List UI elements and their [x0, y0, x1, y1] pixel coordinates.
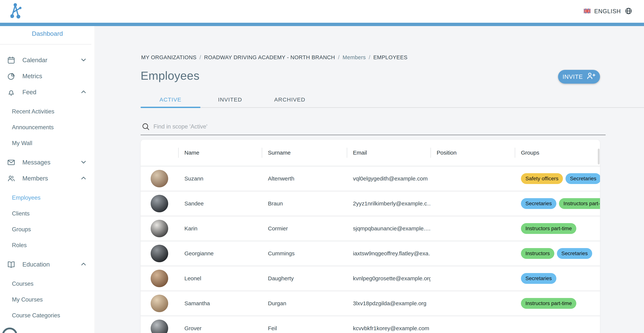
- email-cell: kcvvbkfr1korey@example.com: [347, 316, 430, 333]
- sidebar-item-label: Education: [22, 261, 80, 268]
- avatar: [151, 320, 168, 333]
- sidebar-item-label: Announcements: [12, 124, 87, 131]
- email-cell: iaxtsw9nqgeoffrey.flatley@exa…: [347, 241, 430, 266]
- sidebar-item-members[interactable]: Members: [0, 170, 95, 186]
- email-cell: 3lxv18pdzgilda@example.org: [347, 291, 430, 316]
- table-row-georgianne-cummings[interactable]: GeorgianneCummingsiaxtsw9nqgeoffrey.flat…: [140, 241, 600, 266]
- surname-cell: Durgan: [262, 291, 347, 316]
- search-icon: [142, 122, 150, 131]
- group-badge-secretaries: Secretaries: [521, 198, 556, 209]
- column-divider: [430, 148, 431, 158]
- group-badge-instructors: Instructors: [521, 248, 554, 259]
- sidebar-item-label: Roles: [12, 242, 87, 249]
- group-badge-instructors-part-time: Instructors part-time: [559, 198, 600, 209]
- tab-archived[interactable]: ARCHIVED: [260, 92, 320, 107]
- groups-cell: Secretaries: [515, 266, 600, 291]
- table-row-grover-feil[interactable]: GroverFeilkcvvbkfr1korey@example.com: [140, 316, 600, 333]
- sidebar-item-announcements[interactable]: Announcements: [0, 119, 95, 135]
- sidebar-item-education[interactable]: Education: [0, 257, 95, 273]
- sidebar-item-messages[interactable]: Messages: [0, 154, 95, 170]
- column-header-label: Position: [430, 150, 456, 156]
- sidebar: Dashboard CalendarMetricsFeedRecent Acti…: [0, 26, 95, 333]
- breadcrumb-item-my-organizations[interactable]: MY ORGANIZATIONS: [141, 54, 196, 60]
- search-underline: [140, 135, 606, 135]
- table-row-karin-cormier[interactable]: KarinCormiersjqmpqbaunancie@example.…Ins…: [140, 216, 600, 241]
- breadcrumb-item-employees[interactable]: EMPLOYEES: [373, 54, 408, 60]
- envelope-icon: [7, 158, 16, 167]
- avatar-cell: [140, 166, 178, 191]
- group-badge-secretaries: Secretaries: [557, 248, 592, 259]
- sidebar-item-calendar[interactable]: Calendar: [0, 52, 95, 68]
- tab-active[interactable]: ACTIVE: [140, 92, 200, 107]
- sidebar-item-feed[interactable]: Feed: [0, 84, 95, 100]
- column-header-surname: Surname: [262, 140, 347, 166]
- surname-cell: Altenwerth: [262, 166, 347, 191]
- column-header-avatar: [140, 140, 178, 166]
- group-badge-secretaries: Secretaries: [566, 173, 600, 184]
- position-cell: [430, 291, 515, 316]
- sidebar-item-groups[interactable]: Groups: [0, 221, 95, 237]
- breadcrumb-item-roadway-driving-academy-north-branch[interactable]: ROADWAY DRIVING ACADEMY - NORTH BRANCH: [204, 54, 335, 60]
- top-bar: ENGLISH: [0, 0, 644, 23]
- column-divider: [347, 148, 347, 158]
- sidebar-item-courses[interactable]: Courses: [0, 276, 95, 292]
- active-tab-underline: [140, 107, 200, 108]
- name-cell: Karin: [178, 216, 262, 241]
- tabs-baseline: [140, 107, 644, 108]
- search-input[interactable]: [154, 120, 582, 133]
- group-badge-secretaries: Secretaries: [521, 273, 556, 284]
- avatar: [151, 245, 168, 262]
- sidebar-item-label: Metrics: [22, 73, 87, 80]
- sidebar-item-my-wall[interactable]: My Wall: [0, 135, 95, 151]
- surname-cell: Daugherty: [262, 266, 347, 291]
- sidebar-dashboard-link[interactable]: Dashboard: [0, 26, 95, 41]
- sidebar-item-metrics[interactable]: Metrics: [0, 68, 95, 84]
- group-badge-instructors-part-time: Instructors part-time: [521, 298, 576, 309]
- invite-button[interactable]: INVITE: [558, 70, 600, 84]
- position-cell: [430, 166, 515, 191]
- avatar: [151, 170, 168, 187]
- sidebar-item-clients[interactable]: Clients: [0, 206, 95, 221]
- avatar: [151, 220, 168, 237]
- avatar-cell: [140, 291, 178, 316]
- table-header-row: NameSurnameEmailPositionGroups: [140, 140, 600, 166]
- groups-cell: SecretariesInstructors part-time: [515, 191, 600, 216]
- avatar-cell: [140, 191, 178, 216]
- column-header-label: Surname: [262, 150, 291, 156]
- globe-icon: [624, 7, 632, 16]
- breadcrumb: MY ORGANIZATIONS/ROADWAY DRIVING ACADEMY…: [141, 54, 408, 60]
- breadcrumb-item-members[interactable]: Members: [342, 54, 366, 60]
- table-row-leonel-daugherty[interactable]: LeonelDaughertykvnlpeg0grosette@example.…: [140, 266, 600, 291]
- main-content: MY ORGANIZATIONS/ROADWAY DRIVING ACADEMY…: [96, 26, 644, 333]
- avatar: [151, 195, 168, 212]
- tab-invited[interactable]: INVITED: [200, 92, 260, 107]
- sidebar-item-course-categories[interactable]: Course Categories: [0, 308, 95, 323]
- name-cell: Leonel: [178, 266, 262, 291]
- position-cell: [430, 191, 515, 216]
- sidebar-item-recent-activities[interactable]: Recent Activities: [0, 104, 95, 119]
- sidebar-item-label: Calendar: [22, 57, 80, 64]
- tabs: ACTIVEINVITEDARCHIVED: [140, 92, 320, 107]
- groups-cell: Instructors part-time: [515, 291, 600, 316]
- app-logo-icon[interactable]: [10, 2, 22, 19]
- sidebar-item-my-courses[interactable]: My Courses: [0, 292, 95, 308]
- name-cell: Georgianne: [178, 241, 262, 266]
- chevron-up-icon: [80, 174, 87, 183]
- breadcrumb-separator: /: [369, 54, 370, 60]
- avatar-cell: [140, 216, 178, 241]
- name-cell: Suzann: [178, 166, 262, 191]
- language-selector[interactable]: ENGLISH: [584, 0, 632, 23]
- bell-icon: [7, 88, 16, 97]
- sidebar-menu: CalendarMetricsFeedRecent ActivitiesAnno…: [0, 44, 95, 327]
- sidebar-item-roles[interactable]: Roles: [0, 237, 95, 253]
- table-row-suzann-altenwerth[interactable]: SuzannAltenwerthvql0elgygedith@example.c…: [140, 166, 600, 191]
- invite-button-label: INVITE: [562, 73, 583, 80]
- breadcrumb-separator: /: [200, 54, 201, 60]
- sidebar-item-employees[interactable]: Employees: [0, 190, 95, 206]
- scrollbar-thumb[interactable]: [598, 149, 600, 164]
- table-row-sandee-braun[interactable]: SandeeBraun2yyz1nrilkimberly@example.c…S…: [140, 191, 600, 216]
- table-row-samantha-durgan[interactable]: SamanthaDurgan3lxv18pdzgilda@example.org…: [140, 291, 600, 316]
- email-cell: 2yyz1nrilkimberly@example.c…: [347, 191, 430, 216]
- people-icon: [7, 174, 16, 183]
- page-title: Employees: [140, 69, 200, 82]
